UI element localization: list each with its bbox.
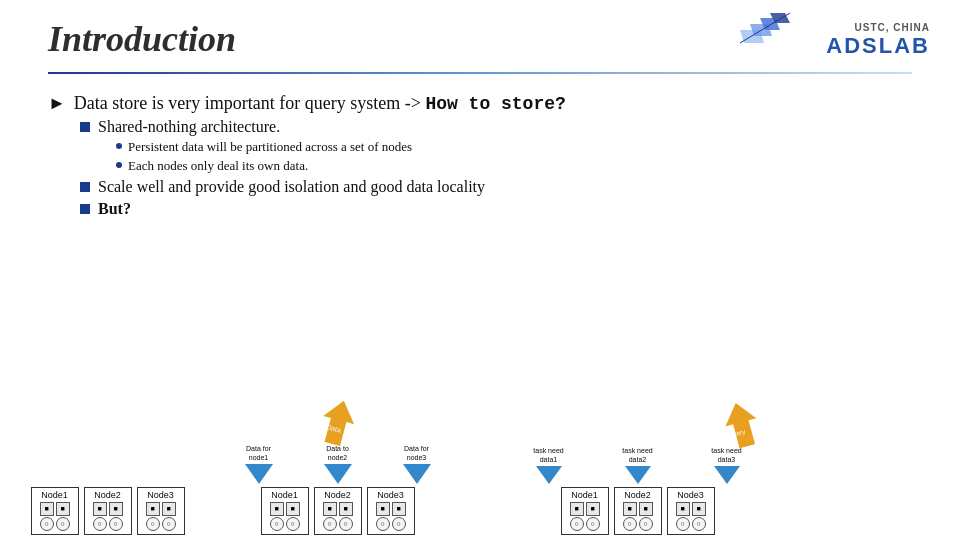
dot-icon-2 — [116, 162, 122, 168]
main-bullet-arrow: ► — [48, 93, 66, 114]
nodes-row-3: Node1 ■ ■ ○ ○ Node2 ■ ■ ○ ○ — [561, 487, 715, 535]
bold-text: How to store? — [425, 94, 565, 114]
nodes-row: Node1 ■ ■ ○ ○ Node2 ■ ■ ○ ○ — [31, 487, 185, 535]
main-bullet-text: Data store is very important for query s… — [74, 93, 566, 114]
sub-bullet-1-text: Shared-nothing architecture. — [98, 118, 280, 136]
data-col-2: Data tonode2 — [300, 445, 375, 484]
svg-line-4 — [740, 13, 790, 43]
task-arrow-3-icon — [714, 466, 740, 484]
dot-bullet-2: Each nodes only deal its own data. — [116, 158, 912, 174]
main-bullet: ► Data store is very important for query… — [48, 93, 912, 114]
dot-bullet-1-text: Persistent data will be partitioned acro… — [128, 139, 412, 155]
dot-bullet-1: Persistent data will be partitioned acro… — [116, 139, 912, 155]
task-arrow-1-icon — [536, 466, 562, 484]
arrow-down-1-icon — [245, 464, 273, 484]
page-title: Introduction — [48, 18, 236, 60]
data-partition-diagram: Data Data fornode1 Data tonode2 Data for… — [195, 445, 480, 535]
task-col-2: task needdata2 — [595, 447, 680, 484]
square-icon-2 — [80, 182, 90, 192]
svg-marker-5 — [316, 397, 359, 449]
node1-box-2: Node1 ■ ■ ○ ○ — [261, 487, 309, 535]
disk-icon: ○ — [109, 517, 123, 531]
disk-icon: ○ — [40, 517, 54, 531]
sub-bullet-2-text: Scale well and provide good isolation an… — [98, 178, 485, 196]
disk-icon: ○ — [56, 517, 70, 531]
query-diagram: Query task needdata1 task needdata2 task… — [490, 447, 785, 535]
arrow-down-2-icon — [324, 464, 352, 484]
node1-box-3: Node1 ■ ■ ○ ○ — [561, 487, 609, 535]
logo-area: USTC, CHINA ADSLAB — [770, 10, 930, 70]
node2-box-2: Node2 ■ ■ ○ ○ — [314, 487, 362, 535]
node2-box: Node2 ■ ■ ○ ○ — [84, 487, 132, 535]
svg-marker-7 — [720, 399, 763, 451]
cpu-icon: ■ — [40, 502, 54, 516]
square-icon-1 — [80, 122, 90, 132]
disk-icon: ○ — [146, 517, 160, 531]
data-col-1: Data fornode1 — [221, 445, 296, 484]
task-arrow-2-icon — [625, 466, 651, 484]
logo-ustc: USTC, CHINA — [855, 22, 930, 33]
sub-bullet-1: Shared-nothing architecture. — [80, 118, 912, 136]
sub-bullet-3-text: But? — [98, 200, 131, 218]
node3-box: Node3 ■ ■ ○ ○ — [137, 487, 185, 535]
cpu-icon: ■ — [56, 502, 70, 516]
disk-icon: ○ — [162, 517, 176, 531]
cpu-icon: ■ — [93, 502, 107, 516]
cpu-icon: ■ — [162, 502, 176, 516]
logo-shapes-icon — [710, 8, 790, 63]
logo-adslab: ADSLAB — [826, 33, 930, 59]
node-cluster-diagram: Node1 ■ ■ ○ ○ Node2 ■ ■ ○ ○ — [30, 487, 185, 535]
sub-bullet-2: Scale well and provide good isolation an… — [80, 178, 912, 196]
node3-box-3: Node3 ■ ■ ○ ○ — [667, 487, 715, 535]
data-col-3: Data fornode3 — [379, 445, 454, 484]
square-icon-3 — [80, 204, 90, 214]
arrow-down-3-icon — [403, 464, 431, 484]
sub-bullet-3: But? — [80, 200, 912, 218]
data-arrows-row: Data fornode1 Data tonode2 Data fornode3 — [221, 445, 454, 484]
node3-box-2: Node3 ■ ■ ○ ○ — [367, 487, 415, 535]
title-underline — [48, 72, 912, 74]
nodes-row-2: Node1 ■ ■ ○ ○ Node2 ■ ■ ○ ○ — [261, 487, 415, 535]
node1-box: Node1 ■ ■ ○ ○ — [31, 487, 79, 535]
cpu-icon: ■ — [146, 502, 160, 516]
dot-bullet-2-text: Each nodes only deal its own data. — [128, 158, 308, 174]
diagrams-area: Node1 ■ ■ ○ ○ Node2 ■ ■ ○ ○ — [30, 360, 930, 535]
cpu-icon: ■ — [109, 502, 123, 516]
node2-box-3: Node2 ■ ■ ○ ○ — [614, 487, 662, 535]
task-col-1: task needdata1 — [506, 447, 591, 484]
dot-icon-1 — [116, 143, 122, 149]
disk-icon: ○ — [93, 517, 107, 531]
